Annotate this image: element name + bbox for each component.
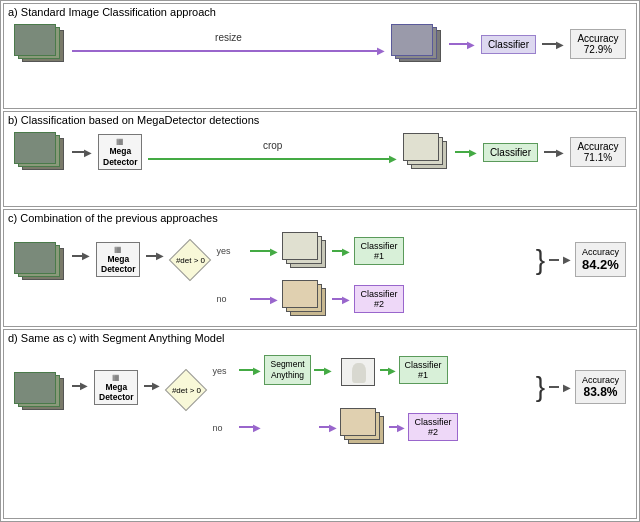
section-c-content: ▶ ▦ MegaDetector ▶ #det > 0 — [4, 224, 636, 324]
accuracy-b: Accuracy 71.1% — [570, 137, 626, 167]
to-mega-arrow-c: ▶ — [72, 250, 90, 261]
yes-label-d: yes — [212, 366, 226, 376]
to-mega-arrow-b: ▶ — [72, 147, 92, 158]
cropped-images-b — [403, 133, 449, 171]
branches-d: yes ▶ SegmentAnything ▶ — [212, 352, 529, 446]
accuracy-section-c: } ▶ Accuracy 84.2% — [536, 242, 626, 277]
to-classifier-arrow-a: ▶ — [449, 39, 475, 50]
to-diamond-arrow-c: ▶ — [146, 250, 164, 261]
resized-images-a — [391, 24, 443, 64]
to-accuracy-arrow-b: ▶ — [544, 147, 564, 158]
no-label-c: no — [216, 294, 226, 304]
section-a-content: resize ▶ ▶ Classifier — [4, 18, 636, 70]
section-a: a) Standard Image Classification approac… — [3, 3, 637, 109]
input-images-b — [14, 132, 66, 172]
main-diagram: a) Standard Image Classification approac… — [0, 0, 640, 522]
crop-arrow-container: crop ▶ — [148, 140, 396, 164]
yes-branch-c: yes ▶ ▶ Cla — [216, 232, 529, 270]
classifier2-c: Classifier#2 — [354, 285, 403, 313]
to-classifier-arrow-b: ▶ — [455, 147, 477, 158]
diamond-label-c: #det > 0 — [170, 240, 210, 280]
no-branch-c: no ▶ ▶ Clas — [216, 280, 529, 318]
accuracy-a: Accuracy 72.9% — [570, 29, 626, 59]
input-images-c — [14, 242, 66, 282]
accuracy-c: Accuracy 84.2% — [575, 242, 626, 277]
classifier1-d: Classifier#1 — [399, 356, 448, 384]
section-b-label: b) Classification based on MegaDetector … — [4, 112, 636, 126]
section-d: d) Same as c) with Segment Anything Mode… — [3, 329, 637, 519]
brace-c: } — [536, 246, 545, 274]
resize-arrow-container: resize ▶ — [72, 32, 385, 56]
accuracy-d: Accuracy 83.8% — [575, 370, 626, 404]
diamond-label-d: #det > 0 — [166, 370, 206, 410]
diamond-d: #det > 0 — [166, 370, 206, 410]
yes-branch-d: yes ▶ SegmentAnything ▶ — [212, 352, 529, 388]
yes-label-c: yes — [216, 246, 230, 256]
mega-detector-c: ▦ MegaDetector — [96, 242, 140, 277]
segment-anything-d: SegmentAnything — [264, 355, 310, 385]
section-c: c) Combination of the previous approache… — [3, 209, 637, 327]
accuracy-section-d: } ▶ Accuracy 83.8% — [536, 370, 626, 404]
no-branch-d: no ▶ ▶ — [212, 408, 529, 446]
classifier-b: Classifier — [483, 143, 538, 162]
segmented-image-d — [335, 352, 377, 388]
mega-detector-d: ▦ MegaDetector — [94, 370, 138, 405]
classifier2-d: Classifier#2 — [408, 413, 457, 441]
to-mega-arrow-d: ▶ — [72, 380, 88, 391]
section-b: b) Classification based on MegaDetector … — [3, 111, 637, 207]
to-diamond-arrow-d: ▶ — [144, 380, 160, 391]
mega-label-b: MegaDetector — [103, 146, 137, 166]
input-images-d — [14, 372, 66, 412]
to-accuracy-arrow-a: ▶ — [542, 39, 564, 50]
mega-detector-b: ▦ MegaDetector — [98, 134, 142, 169]
diamond-c: #det > 0 — [170, 240, 210, 280]
texture-images-c — [282, 280, 328, 318]
branches-c: yes ▶ ▶ Cla — [216, 232, 529, 318]
section-a-label: a) Standard Image Classification approac… — [4, 4, 636, 18]
crop-label: crop — [263, 140, 282, 151]
input-images-a — [14, 24, 66, 64]
section-c-label: c) Combination of the previous approache… — [4, 210, 636, 224]
resize-arrow: ▶ — [72, 45, 385, 56]
no-label-d: no — [212, 423, 222, 433]
texture-images-d — [340, 408, 386, 446]
brace-d: } — [536, 373, 545, 401]
section-d-label: d) Same as c) with Segment Anything Mode… — [4, 330, 636, 344]
section-b-content: ▶ ▦ MegaDetector crop ▶ — [4, 126, 636, 178]
classifier1-c: Classifier#1 — [354, 237, 403, 265]
classifier-a: Classifier — [481, 35, 536, 54]
animal-images-c — [282, 232, 328, 270]
resize-label: resize — [215, 32, 242, 43]
section-d-content: ▶ ▦ MegaDetector ▶ #det > 0 — [4, 344, 636, 452]
